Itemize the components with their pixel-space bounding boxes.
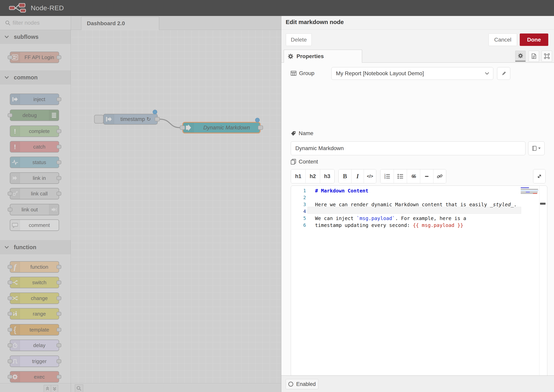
app-title: Node-RED (31, 4, 64, 12)
expand-icon[interactable] (533, 169, 545, 183)
workspace-shade-overlay (0, 16, 281, 392)
tray-form: Group My Report [Notebook Layout Demo] N… (281, 63, 554, 375)
edit-node-tray: Edit markdown node Delete Cancel Done Pr… (281, 16, 554, 392)
name-input[interactable] (291, 141, 526, 155)
group-select[interactable]: My Report [Notebook Layout Demo] (331, 67, 493, 80)
list-button-group: 123 66 (380, 169, 446, 183)
editor-overview-ruler[interactable] (539, 186, 547, 392)
editor-line: 1 # Markdown Content (291, 187, 547, 194)
svg-text:3: 3 (384, 177, 386, 179)
italic-button[interactable]: I (351, 169, 364, 183)
tray-tabs-row: Properties (281, 50, 554, 63)
name-field-label: Name (291, 130, 313, 137)
tab-appearance-icon-button[interactable] (542, 51, 552, 62)
tray-title: Edit markdown node (286, 19, 344, 25)
editor-line: 2 (291, 194, 547, 201)
cancel-button[interactable]: Cancel (489, 34, 517, 46)
tab-properties-icon-button[interactable] (515, 51, 526, 62)
pencil-icon (501, 71, 506, 76)
editor-line: 5 We can inject `msg.payload`. For examp… (291, 215, 547, 222)
enabled-toggle-button[interactable]: Enabled (286, 379, 318, 389)
tray-footer: Enabled (281, 375, 554, 392)
horizontal-rule-icon[interactable] (420, 169, 433, 183)
editor-line: 6 timestamp updating every second: {{ ms… (291, 222, 547, 229)
node-red-app: Node-RED subflows FF API Login common (0, 0, 554, 392)
app-header: Node-RED (0, 0, 554, 16)
link-icon[interactable] (433, 169, 446, 183)
h2-button[interactable]: h2 (305, 169, 320, 183)
editor-minimap (521, 187, 539, 201)
appearance-icon (544, 53, 550, 59)
group-field-label: Group (291, 70, 315, 77)
gear-icon (518, 53, 523, 58)
ordered-list-icon[interactable]: 123 (380, 169, 394, 183)
book-icon (532, 146, 537, 151)
editor-cursor-marker (540, 203, 546, 205)
editor-line-current: 4 (291, 208, 547, 215)
editor-line: 3 Here we can render dynamic Markdown co… (291, 201, 547, 208)
unordered-list-icon[interactable] (394, 169, 407, 183)
done-button[interactable]: Done (520, 34, 548, 46)
markdown-code-editor[interactable]: 1 # Markdown Content 2 3 Here we can ren… (291, 186, 547, 392)
bold-button[interactable]: B (339, 169, 351, 183)
tab-properties[interactable]: Properties (284, 50, 362, 63)
table-icon (291, 71, 296, 76)
node-red-logo-icon (9, 3, 27, 13)
label-options-button[interactable] (528, 141, 545, 155)
gear-icon (288, 54, 293, 59)
content-field-label: Content (291, 159, 318, 165)
pages-icon (291, 159, 296, 164)
delete-button[interactable]: Delete (286, 34, 312, 46)
expand-editor-group (533, 169, 546, 183)
heading-button-group: h1 h2 h3 (291, 169, 335, 183)
h3-button[interactable]: h3 (320, 169, 334, 183)
code-button[interactable]: </> (364, 169, 376, 183)
tag-icon (291, 131, 296, 136)
edit-group-button[interactable] (497, 67, 510, 80)
circle-icon (288, 382, 293, 387)
format-button-group: B I </> (338, 169, 376, 183)
node-red-logo: Node-RED (9, 3, 64, 13)
chevron-down-icon (485, 72, 489, 75)
dropdown-arrow-icon (538, 147, 541, 149)
h1-button[interactable]: h1 (291, 169, 305, 183)
blockquote-icon[interactable]: 66 (407, 169, 420, 183)
document-icon (532, 53, 536, 59)
tab-description-icon-button[interactable] (529, 51, 539, 62)
